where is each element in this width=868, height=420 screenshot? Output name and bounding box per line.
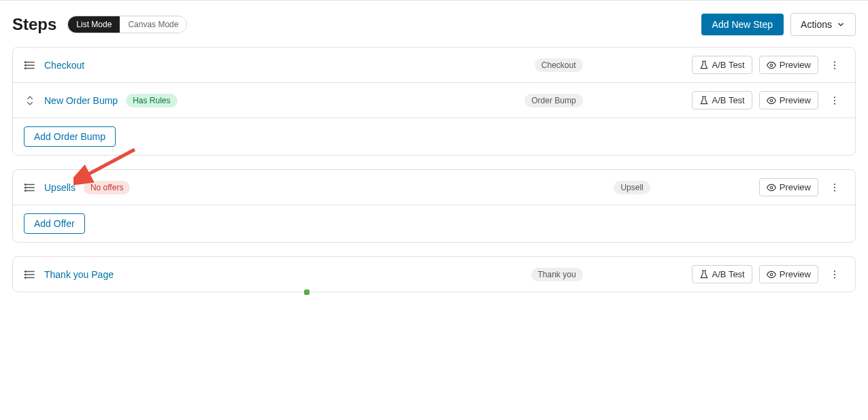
svg-point-10 [834, 67, 835, 69]
has-rules-badge: Has Rules [126, 94, 177, 107]
green-marker [304, 290, 310, 295]
page-header: Steps List Mode Canvas Mode Add New Step… [12, 13, 856, 36]
more-menu-button[interactable] [825, 179, 844, 196]
more-vertical-icon [829, 269, 840, 280]
preview-button[interactable]: Preview [759, 265, 818, 283]
eye-icon [767, 60, 776, 70]
preview-button[interactable]: Preview [759, 56, 818, 74]
more-vertical-icon [829, 182, 840, 193]
add-offer-button[interactable]: Add Offer [24, 213, 85, 234]
svg-point-13 [834, 97, 835, 98]
preview-button[interactable]: Preview [759, 91, 818, 109]
canvas-mode-button[interactable]: Canvas Mode [120, 16, 186, 33]
step-row-order-bump: New Order Bump Has Rules Order Bump A/B … [13, 83, 855, 118]
step-link-upsells[interactable]: Upsells [44, 182, 76, 193]
svg-point-15 [834, 103, 835, 104]
drag-handle-icon[interactable] [24, 59, 36, 71]
type-pill-order-bump: Order Bump [524, 94, 582, 107]
ab-test-button[interactable]: A/B Test [692, 56, 752, 74]
svg-point-7 [770, 64, 773, 67]
preview-button[interactable]: Preview [759, 178, 818, 196]
step-row-upsells: Upsells No offers Upsell Preview [13, 170, 855, 205]
add-new-step-button[interactable]: Add New Step [701, 14, 784, 35]
svg-point-20 [25, 187, 27, 188]
svg-point-4 [25, 65, 27, 66]
more-menu-button[interactable] [825, 266, 844, 283]
svg-point-14 [834, 100, 835, 101]
step-link-order-bump[interactable]: New Order Bump [44, 95, 118, 106]
more-vertical-icon [829, 95, 840, 106]
type-pill-thankyou: Thank you [531, 268, 583, 281]
ab-test-icon [699, 270, 709, 279]
svg-point-19 [25, 183, 27, 185]
drag-handle-icon[interactable] [24, 181, 36, 194]
svg-point-23 [834, 183, 835, 185]
step-link-checkout[interactable]: Checkout [44, 60, 84, 71]
step-group-thankyou: Thank you Page Thank you A/B Test Previe… [12, 256, 856, 292]
svg-point-9 [834, 65, 835, 66]
list-mode-button[interactable]: List Mode [68, 16, 120, 33]
more-menu-button[interactable] [825, 92, 844, 109]
actions-label: Actions [801, 19, 832, 30]
step-group-checkout: Checkout Checkout A/B Test Preview [12, 47, 856, 156]
type-pill-upsell: Upsell [614, 181, 650, 194]
svg-point-30 [25, 274, 27, 275]
drag-handle-icon[interactable] [24, 268, 36, 281]
ab-test-icon [699, 60, 709, 70]
svg-point-5 [25, 67, 27, 69]
svg-point-33 [770, 273, 773, 276]
svg-point-21 [25, 190, 27, 191]
svg-point-24 [834, 187, 835, 188]
svg-point-35 [834, 274, 835, 275]
svg-point-36 [834, 277, 835, 278]
page-title: Steps [12, 15, 56, 34]
ab-test-button[interactable]: A/B Test [692, 91, 752, 109]
svg-point-31 [25, 277, 27, 278]
sort-handle-icon[interactable] [24, 94, 36, 107]
add-order-bump-button[interactable]: Add Order Bump [24, 126, 116, 147]
svg-point-3 [25, 61, 27, 63]
svg-point-8 [834, 61, 835, 63]
eye-icon [767, 270, 776, 279]
svg-point-25 [834, 190, 835, 191]
eye-icon [767, 96, 776, 105]
more-vertical-icon [829, 60, 840, 71]
step-row-checkout: Checkout Checkout A/B Test Preview [13, 48, 855, 83]
step-group-upsells: Upsells No offers Upsell Preview Add Off… [12, 169, 856, 243]
ab-test-icon [699, 96, 709, 105]
step-row-thankyou: Thank you Page Thank you A/B Test Previe… [13, 257, 855, 292]
view-mode-toggle: List Mode Canvas Mode [67, 16, 187, 33]
svg-point-29 [25, 270, 27, 272]
more-menu-button[interactable] [825, 57, 844, 73]
step-link-thankyou[interactable]: Thank you Page [44, 269, 114, 280]
ab-test-button[interactable]: A/B Test [692, 265, 752, 283]
eye-icon [767, 183, 776, 192]
actions-dropdown[interactable]: Actions [790, 13, 856, 36]
type-pill-checkout: Checkout [535, 58, 583, 72]
svg-point-34 [834, 270, 835, 272]
no-offers-badge: No offers [84, 181, 130, 194]
chevron-down-icon [836, 20, 846, 29]
svg-point-22 [770, 186, 773, 189]
svg-point-12 [770, 99, 773, 102]
